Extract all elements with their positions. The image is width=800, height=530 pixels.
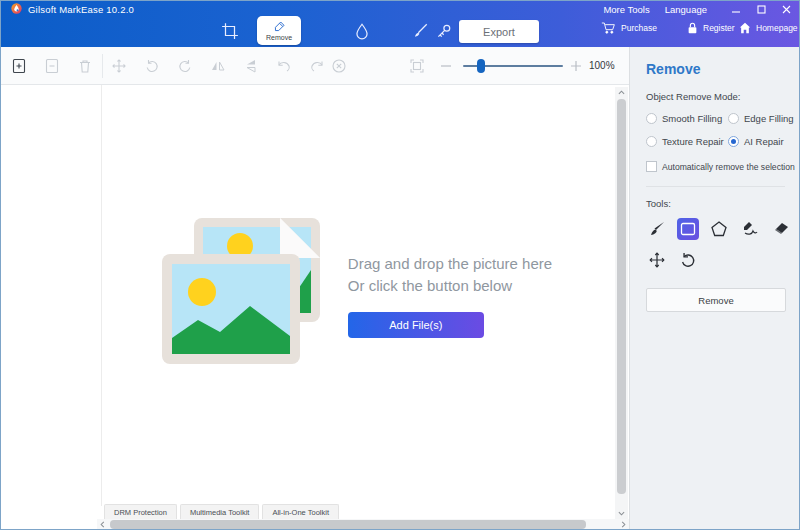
flip-horizontal-icon[interactable] xyxy=(210,58,226,74)
flip-vertical-icon[interactable] xyxy=(243,58,259,74)
close-button[interactable] xyxy=(782,5,791,14)
zoom-level: 100% xyxy=(589,60,615,71)
crop-tab-icon[interactable] xyxy=(221,22,239,40)
panel-divider xyxy=(646,186,785,187)
reset-rotate-tool-icon[interactable] xyxy=(677,249,699,271)
remove-tab-label: Remove xyxy=(266,34,292,41)
zoom-in-icon[interactable] xyxy=(569,58,583,74)
zoom-slider-handle[interactable] xyxy=(477,59,485,73)
drop-zone[interactable]: Drag and drop the picture here Or click … xyxy=(101,85,613,505)
maximize-button[interactable] xyxy=(757,5,766,14)
eraser-tool-icon[interactable] xyxy=(770,218,792,240)
scroll-right-icon[interactable] xyxy=(618,519,629,530)
horizontal-scroll-thumb[interactable] xyxy=(110,520,586,529)
radio-label: Edge Filling xyxy=(744,113,794,124)
header: Gilsoft MarkEase 10.2.0 More Tools Langu… xyxy=(1,1,800,47)
mode-section-label: Object Remove Mode: xyxy=(646,91,799,102)
panel-title: Remove xyxy=(646,61,799,77)
vertical-scrollbar[interactable] xyxy=(615,87,628,519)
radio-edge-filling[interactable]: Edge Filling xyxy=(728,113,794,124)
register-link[interactable]: Register xyxy=(687,22,735,34)
watermark-tab-icon[interactable] xyxy=(353,22,371,40)
bottom-tabs: DRM Protection Multimedia Toolkit All-in… xyxy=(104,504,339,519)
radio-label: AI Repair xyxy=(744,136,784,147)
key-tab-icon[interactable] xyxy=(435,22,453,40)
fit-to-window-icon[interactable] xyxy=(409,58,425,74)
radio-texture-repair[interactable]: Texture Repair xyxy=(646,136,728,147)
lock-icon xyxy=(687,22,698,34)
auto-remove-option[interactable]: Automatically remove the selection xyxy=(646,161,799,172)
titlebar[interactable]: Gilsoft MarkEase 10.2.0 More Tools Langu… xyxy=(1,1,800,17)
export-button[interactable]: Export xyxy=(459,20,539,43)
scroll-left-icon[interactable] xyxy=(97,519,108,530)
undo-icon[interactable] xyxy=(276,58,292,74)
tools-section-label: Tools: xyxy=(646,198,799,209)
scroll-up-icon[interactable] xyxy=(615,87,628,98)
polygon-tool-icon[interactable] xyxy=(708,218,730,240)
main-nav: Remove Export xyxy=(1,17,800,47)
add-files-button[interactable]: Add File(s) xyxy=(348,312,484,338)
move-icon[interactable] xyxy=(111,58,127,74)
remove-panel: Remove Object Remove Mode: Smooth Fillin… xyxy=(629,47,799,530)
auto-remove-label: Automatically remove the selection xyxy=(662,162,795,172)
drop-hint-line1: Drag and drop the picture here xyxy=(348,253,552,275)
brush-tab-icon[interactable] xyxy=(411,22,429,40)
mode-options: Smooth Filling Edge Filling Texture Repa… xyxy=(646,113,799,147)
scroll-down-icon[interactable] xyxy=(615,508,628,519)
horizontal-scrollbar[interactable] xyxy=(97,519,629,530)
zoom-out-icon[interactable] xyxy=(439,58,453,74)
canvas-workspace: Drag and drop the picture here Or click … xyxy=(1,85,631,530)
remove-tab[interactable]: Remove xyxy=(257,16,301,45)
smart-pen-tool-icon[interactable] xyxy=(739,218,761,240)
rotate-left-icon[interactable] xyxy=(144,58,160,74)
drop-hint-line2: Or click the button below xyxy=(348,275,552,297)
menu-language[interactable]: Language xyxy=(665,4,707,15)
tool-row-2 xyxy=(646,249,799,271)
tab-drm-protection[interactable]: DRM Protection xyxy=(104,504,177,519)
homepage-link[interactable]: Homepage xyxy=(739,22,798,34)
image-placeholder-icon xyxy=(162,218,322,372)
minimize-button[interactable] xyxy=(732,5,741,14)
brush-tool-icon[interactable] xyxy=(646,218,668,240)
app-logo-icon xyxy=(11,3,22,16)
radio-circle[interactable] xyxy=(646,136,657,147)
auto-remove-checkbox[interactable] xyxy=(646,161,657,172)
radio-ai-repair[interactable]: AI Repair xyxy=(728,136,794,147)
delete-icon[interactable] xyxy=(77,58,93,74)
deselect-icon[interactable] xyxy=(331,58,347,74)
radio-smooth-filling[interactable]: Smooth Filling xyxy=(646,113,728,124)
rotate-right-icon[interactable] xyxy=(177,58,193,74)
menu-more-tools[interactable]: More Tools xyxy=(603,4,649,15)
edit-toolbar: 100% xyxy=(1,47,631,85)
register-label: Register xyxy=(703,23,735,33)
remove-action-button[interactable]: Remove xyxy=(646,288,786,312)
toolbar-separator xyxy=(102,54,103,78)
home-icon xyxy=(739,22,751,34)
radio-circle[interactable] xyxy=(646,113,657,124)
tab-multimedia-toolkit[interactable]: Multimedia Toolkit xyxy=(180,504,259,519)
radio-label: Smooth Filling xyxy=(662,113,722,124)
app-window: Gilsoft MarkEase 10.2.0 More Tools Langu… xyxy=(0,0,800,530)
add-file-icon[interactable] xyxy=(11,58,27,74)
radio-label: Texture Repair xyxy=(662,136,724,147)
rect-select-tool-icon[interactable] xyxy=(677,218,699,240)
homepage-label: Homepage xyxy=(756,23,798,33)
zoom-slider[interactable] xyxy=(463,65,563,67)
tool-row-1 xyxy=(646,218,799,240)
move-tool-icon[interactable] xyxy=(646,249,668,271)
remove-file-icon[interactable] xyxy=(44,58,60,74)
redo-icon[interactable] xyxy=(309,58,325,74)
radio-circle-selected[interactable] xyxy=(728,136,739,147)
radio-circle[interactable] xyxy=(728,113,739,124)
tab-all-in-one-toolkit[interactable]: All-in-One Toolkit xyxy=(262,504,339,519)
app-title: Gilsoft MarkEase 10.2.0 xyxy=(28,4,134,15)
purchase-label: Purchase xyxy=(621,23,657,33)
vertical-scroll-thumb[interactable] xyxy=(617,99,626,494)
cart-icon xyxy=(601,22,616,34)
purchase-link[interactable]: Purchase xyxy=(601,22,657,34)
